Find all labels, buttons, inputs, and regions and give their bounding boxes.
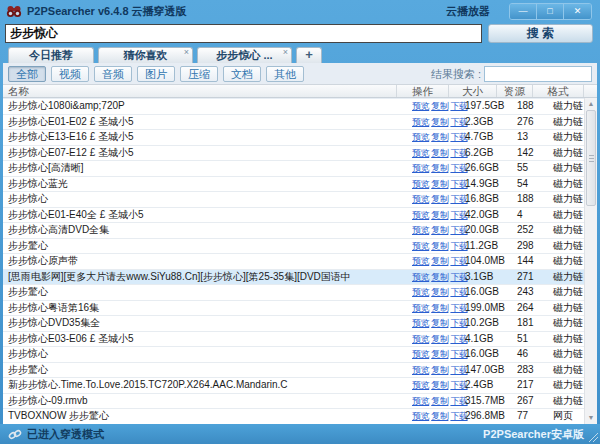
preview-link[interactable]: 预览 (412, 163, 429, 173)
table-row[interactable]: 步步惊心预览复制下载16.8GB188磁力链 (3, 192, 597, 208)
close-button[interactable]: ✕ (564, 4, 591, 19)
tab-close-icon[interactable]: × (283, 48, 288, 57)
new-tab-button[interactable]: + (296, 47, 322, 63)
header-name[interactable]: 名称 (3, 85, 397, 97)
table-row[interactable]: 步步惊心E03-E06 £ 圣城小5预览复制下载4.1GB51磁力链 (3, 332, 597, 348)
preview-link[interactable]: 预览 (412, 241, 429, 251)
copy-link[interactable]: 复制 (431, 148, 448, 158)
result-actions: 预览复制下载 (410, 378, 462, 393)
copy-link[interactable]: 复制 (431, 241, 448, 251)
table-row[interactable]: 步步驚心预览复制下载147.0GB283磁力链 (3, 363, 597, 379)
table-row[interactable]: 步步惊心-09.rmvb预览复制下载315.7MB267磁力链 (3, 394, 597, 410)
table-row[interactable]: 步步惊心预览复制下载16.0GB46磁力链 (3, 347, 597, 363)
preview-link[interactable]: 预览 (412, 380, 429, 390)
scroll-down-icon[interactable]: ▼ (585, 412, 597, 424)
table-row[interactable]: 步步惊心E01-E40全 £ 圣城小5预览复制下载42.0GB4磁力链 (3, 208, 597, 224)
table-row[interactable]: 步步惊心原声带预览复制下载104.0MB144磁力链 (3, 254, 597, 270)
header-resources[interactable]: 资源 (497, 85, 533, 97)
vertical-scrollbar[interactable]: ▲ ▼ (584, 98, 597, 424)
scrollbar-thumb[interactable] (586, 110, 596, 206)
preview-link[interactable]: 预览 (412, 411, 429, 421)
preview-link[interactable]: 预览 (412, 194, 429, 204)
preview-link[interactable]: 预览 (412, 225, 429, 235)
filter-document-button[interactable]: 文档 (223, 66, 261, 82)
copy-link[interactable]: 复制 (431, 272, 448, 282)
copy-link[interactable]: 复制 (431, 101, 448, 111)
cloud-player-link[interactable]: 云播放器 (446, 4, 490, 19)
copy-link[interactable]: 复制 (431, 349, 448, 359)
copy-link[interactable]: 复制 (431, 210, 448, 220)
filter-archive-button[interactable]: 压缩 (180, 66, 218, 82)
window-title: P2PSearcher v6.4.8 云播穿透版 (27, 4, 187, 19)
header-size[interactable]: 大小 (449, 85, 497, 97)
search-input[interactable] (5, 24, 482, 43)
preview-link[interactable]: 预览 (412, 179, 429, 189)
table-row[interactable]: 步步驚心预览复制下载11.2GB298磁力链 (3, 239, 597, 255)
copy-link[interactable]: 复制 (431, 256, 448, 266)
preview-link[interactable]: 预览 (412, 101, 429, 111)
android-version-link[interactable]: P2PSearcher安卓版 (483, 427, 584, 442)
table-row[interactable]: 步步惊心蓝光预览复制下载14.9GB54磁力链 (3, 177, 597, 193)
table-row[interactable]: 步步惊心DVD35集全预览复制下载10.2GB181磁力链 (3, 316, 597, 332)
search-button[interactable]: 搜 索 (488, 24, 593, 43)
table-row[interactable]: 步步惊心高清DVD全集预览复制下载20.0GB252磁力链 (3, 223, 597, 239)
maximize-button[interactable]: □ (537, 4, 564, 19)
table-row[interactable]: 步步惊心1080i&amp;720P预览复制下载197.5GB188磁力链 (3, 99, 597, 115)
preview-link[interactable]: 预览 (412, 349, 429, 359)
filter-other-button[interactable]: 其他 (266, 66, 304, 82)
copy-link[interactable]: 复制 (431, 287, 448, 297)
minimize-button[interactable]: — (510, 4, 537, 19)
tab-guess-you-like[interactable]: 猜你喜欢 × (98, 47, 193, 63)
table-row[interactable]: 步步惊心E13-E16 £ 圣城小5预览复制下载4.7GB13磁力链 (3, 130, 597, 146)
header-format[interactable]: 格式 (533, 85, 584, 97)
preview-link[interactable]: 预览 (412, 334, 429, 344)
result-resources: 267 (510, 394, 546, 409)
copy-link[interactable]: 复制 (431, 179, 448, 189)
tab-today-recommend[interactable]: 今日推荐 (8, 47, 94, 63)
preview-link[interactable]: 预览 (412, 287, 429, 297)
table-row[interactable]: 步步惊心E07-E12 £ 圣城小5预览复制下载6.2GB142磁力链 (3, 146, 597, 162)
tab-search-result[interactable]: 步步惊心 ... × (197, 47, 292, 63)
copy-link[interactable]: 复制 (431, 303, 448, 313)
copy-link[interactable]: 复制 (431, 396, 448, 406)
filter-video-button[interactable]: 视频 (51, 66, 89, 82)
table-row[interactable]: 步步驚心预览复制下载16.0GB243磁力链 (3, 285, 597, 301)
preview-link[interactable]: 预览 (412, 210, 429, 220)
table-row[interactable]: 步步惊心粤语第16集预览复制下载199.0MB264磁力链 (3, 301, 597, 317)
table-row[interactable]: 步步惊心E01-E02 £ 圣城小5预览复制下载2.3GB276磁力链 (3, 115, 597, 131)
preview-link[interactable]: 预览 (412, 303, 429, 313)
preview-link[interactable]: 预览 (412, 132, 429, 142)
filter-image-button[interactable]: 图片 (137, 66, 175, 82)
copy-link[interactable]: 复制 (431, 334, 448, 344)
copy-link[interactable]: 复制 (431, 318, 448, 328)
result-actions: 预览复制下载 (410, 192, 462, 207)
filter-audio-button[interactable]: 音频 (94, 66, 132, 82)
resize-grip[interactable] (588, 432, 598, 442)
table-row[interactable]: [思雨电影网][更多大片请去www.SiYu88.Cn][步步惊心][第25-3… (3, 270, 597, 286)
copy-link[interactable]: 复制 (431, 411, 448, 421)
preview-link[interactable]: 预览 (412, 272, 429, 282)
preview-link[interactable]: 预览 (412, 256, 429, 266)
copy-link[interactable]: 复制 (431, 365, 448, 375)
app-window: P2PSearcher v6.4.8 云播穿透版 云播放器 — □ ✕ 搜 索 … (0, 0, 600, 444)
result-search-input[interactable] (484, 66, 592, 82)
copy-link[interactable]: 复制 (431, 117, 448, 127)
table-row[interactable]: TVBOXNOW 步步驚心预览复制下载296.8MB77网页 (3, 409, 597, 424)
copy-link[interactable]: 复制 (431, 132, 448, 142)
scroll-up-icon[interactable]: ▲ (585, 98, 597, 110)
preview-link[interactable]: 预览 (412, 117, 429, 127)
copy-link[interactable]: 复制 (431, 163, 448, 173)
filter-all-button[interactable]: 全部 (8, 66, 46, 82)
copy-link[interactable]: 复制 (431, 225, 448, 235)
header-actions[interactable]: 操作 (397, 85, 449, 97)
tab-close-icon[interactable]: × (184, 48, 189, 57)
preview-link[interactable]: 预览 (412, 148, 429, 158)
table-row[interactable]: 新步步惊心.Time.To.Love.2015.TC720P.X264.AAC.… (3, 378, 597, 394)
copy-link[interactable]: 复制 (431, 380, 448, 390)
preview-link[interactable]: 预览 (412, 365, 429, 375)
preview-link[interactable]: 预览 (412, 318, 429, 328)
copy-link[interactable]: 复制 (431, 194, 448, 204)
preview-link[interactable]: 预览 (412, 396, 429, 406)
table-row[interactable]: 步步惊心[高清晰]预览复制下载26.6GB55磁力链 (3, 161, 597, 177)
result-actions: 预览复制下载 (410, 409, 462, 424)
